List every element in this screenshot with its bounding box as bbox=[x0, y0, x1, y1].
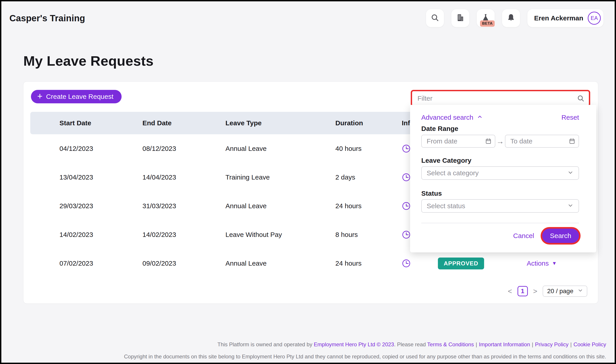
date-range-label: Date Range bbox=[421, 125, 579, 133]
footer-separator: | bbox=[474, 341, 479, 347]
user-menu[interactable]: Eren Ackerman EA bbox=[527, 9, 603, 27]
user-name: Eren Ackerman bbox=[534, 14, 583, 22]
cell-duration: 8 hours bbox=[335, 231, 398, 238]
chevron-down-icon bbox=[577, 287, 583, 295]
column-header-duration: Duration bbox=[335, 119, 398, 127]
footer-separator: | bbox=[530, 341, 535, 347]
cell-start-date: 29/03/2023 bbox=[30, 202, 142, 210]
cell-duration: 24 hours bbox=[335, 202, 398, 210]
advanced-search-label: Advanced search bbox=[421, 114, 473, 121]
status-placeholder: Select status bbox=[427, 202, 465, 210]
cell-duration: 24 hours bbox=[335, 260, 398, 267]
column-header-leave-type: Leave Type bbox=[226, 119, 335, 127]
advanced-search-toggle[interactable]: Advanced search bbox=[421, 114, 483, 121]
topbar: Casper's Training BETA bbox=[1, 1, 615, 35]
clock-info-icon[interactable] bbox=[402, 259, 411, 268]
leave-category-placeholder: Select a category bbox=[427, 169, 479, 177]
footer-link-employment-hero[interactable]: Employment Hero Pty Ltd © 2023 bbox=[314, 341, 394, 347]
footer: This Platform is owned and operated by E… bbox=[1, 341, 615, 360]
building-icon bbox=[456, 13, 465, 23]
reset-button[interactable]: Reset bbox=[562, 114, 579, 121]
footer-copyright: Copyright in the documents on this site … bbox=[10, 353, 606, 360]
cell-leave-type: Annual Leave bbox=[226, 260, 335, 267]
page-title: My Leave Requests bbox=[23, 53, 615, 69]
from-date-field bbox=[421, 135, 495, 148]
chevron-up-icon bbox=[477, 114, 483, 121]
card-toolbar: + Create Leave Request bbox=[23, 82, 598, 107]
create-leave-request-button[interactable]: + Create Leave Request bbox=[31, 90, 121, 103]
cell-end-date: 09/02/2023 bbox=[142, 260, 226, 267]
status-badge: APPROVED bbox=[438, 258, 484, 269]
cancel-button[interactable]: Cancel bbox=[513, 232, 534, 240]
cell-duration: 40 hours bbox=[335, 145, 398, 152]
to-date-input[interactable] bbox=[505, 135, 579, 148]
footer-text: . Please read bbox=[394, 341, 427, 347]
leave-category-select[interactable]: Select a category bbox=[421, 166, 579, 180]
clock-info-icon[interactable] bbox=[402, 230, 411, 239]
footer-separator: | bbox=[568, 341, 573, 347]
cell-end-date: 08/12/2023 bbox=[142, 145, 226, 152]
actions-label: Actions bbox=[527, 260, 549, 267]
caret-down-icon: ▼ bbox=[552, 260, 557, 266]
chevron-down-icon bbox=[567, 202, 574, 209]
footer-link-cookie-policy[interactable]: Cookie Policy bbox=[574, 341, 606, 347]
clock-info-icon[interactable] bbox=[402, 144, 411, 153]
previous-page-button[interactable]: < bbox=[507, 287, 513, 295]
column-header-end-date: End Date bbox=[142, 119, 226, 127]
from-date-input[interactable] bbox=[421, 135, 495, 148]
arrow-right-icon: → bbox=[496, 137, 504, 146]
filter-area bbox=[411, 90, 590, 107]
next-page-button[interactable]: > bbox=[532, 287, 538, 295]
footer-line1: This Platform is owned and operated by E… bbox=[10, 341, 606, 348]
cell-end-date: 14/04/2023 bbox=[142, 173, 226, 181]
clock-info-icon[interactable] bbox=[402, 173, 411, 182]
page-size-value: 20 / page bbox=[547, 287, 573, 295]
current-page-button[interactable]: 1 bbox=[518, 286, 528, 296]
bell-icon bbox=[507, 13, 516, 23]
cell-start-date: 04/12/2023 bbox=[30, 145, 142, 152]
topbar-actions: BETA Eren Ackerman EA bbox=[426, 9, 603, 27]
advanced-search-panel: Advanced search Reset Date Range → Leave… bbox=[410, 105, 596, 252]
footer-text: This Platform is owned and operated by bbox=[217, 341, 314, 347]
cell-duration: 2 days bbox=[335, 173, 398, 181]
table-row: 07/02/2023 09/02/2023 Annual Leave 24 ho… bbox=[30, 249, 591, 278]
search-icon bbox=[430, 13, 440, 23]
search-button[interactable]: Search bbox=[542, 229, 579, 243]
pagination: < 1 > 20 / page bbox=[507, 286, 587, 297]
organisation-button[interactable] bbox=[451, 9, 469, 27]
cell-leave-type: Leave Without Pay bbox=[226, 231, 335, 238]
leave-requests-card: + Create Leave Request Start Date End Da… bbox=[23, 81, 598, 304]
cell-leave-type: Training Leave bbox=[226, 173, 335, 181]
avatar: EA bbox=[588, 12, 601, 25]
app-window: Casper's Training BETA bbox=[0, 0, 616, 364]
status-label: Status bbox=[421, 189, 579, 197]
cell-end-date: 31/03/2023 bbox=[142, 202, 226, 210]
plus-icon: + bbox=[37, 92, 42, 101]
create-leave-request-label: Create Leave Request bbox=[46, 93, 113, 100]
app-title: Casper's Training bbox=[9, 13, 85, 23]
cell-start-date: 07/02/2023 bbox=[30, 260, 142, 267]
cell-end-date: 14/02/2023 bbox=[142, 231, 226, 238]
footer-link-privacy-policy[interactable]: Privacy Policy bbox=[535, 341, 568, 347]
column-header-start-date: Start Date bbox=[30, 119, 142, 127]
filter-input[interactable] bbox=[411, 90, 590, 107]
actions-menu-button[interactable]: Actions ▼ bbox=[506, 260, 591, 267]
cell-leave-type: Annual Leave bbox=[226, 202, 335, 210]
status-select[interactable]: Select status bbox=[421, 199, 579, 213]
beta-badge: BETA bbox=[480, 20, 495, 27]
panel-divider bbox=[421, 223, 579, 223]
footer-link-terms[interactable]: Terms & Conditions bbox=[427, 341, 474, 347]
footer-link-important-information[interactable]: Important Information bbox=[479, 341, 530, 347]
cell-leave-type: Annual Leave bbox=[226, 145, 335, 152]
leave-category-label: Leave Category bbox=[421, 156, 579, 165]
beta-features-button[interactable]: BETA bbox=[477, 9, 495, 27]
notifications-button[interactable] bbox=[502, 9, 520, 27]
global-search-button[interactable] bbox=[426, 9, 444, 27]
clock-info-icon[interactable] bbox=[402, 202, 411, 210]
page-size-select[interactable]: 20 / page bbox=[543, 286, 587, 297]
cell-start-date: 14/02/2023 bbox=[30, 231, 142, 238]
cell-start-date: 13/04/2023 bbox=[30, 173, 142, 181]
chevron-down-icon bbox=[567, 169, 574, 177]
to-date-field bbox=[505, 135, 579, 148]
